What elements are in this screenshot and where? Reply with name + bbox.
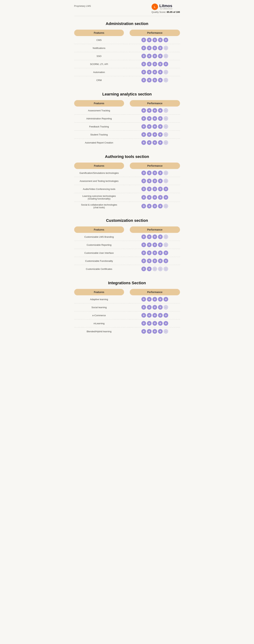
performance-dots: ++++○ xyxy=(130,139,180,147)
dot-filled: + xyxy=(147,297,152,302)
table-row: Administration Reporting++++○ xyxy=(74,114,180,122)
performance-dots: ++++○ xyxy=(130,106,180,114)
section-administration: Administration sectionFeaturesPerformanc… xyxy=(74,22,180,84)
feature-name: Gamification/Simulations technologies xyxy=(74,169,124,177)
row-spacer xyxy=(124,52,130,60)
dot-filled: + xyxy=(147,54,152,58)
dot-filled: + xyxy=(158,329,163,334)
dot-filled: + xyxy=(158,140,163,145)
dot-filled: + xyxy=(141,124,146,129)
performance-dots: ++++○ xyxy=(130,114,180,122)
dot-filled: + xyxy=(141,132,146,137)
dot-filled: + xyxy=(141,116,146,121)
dot-filled: + xyxy=(158,108,163,113)
feature-name: Automated Report Creation xyxy=(74,139,124,147)
performance-dots: +++++ xyxy=(130,193,180,202)
dot-filled: + xyxy=(158,38,163,42)
row-spacer xyxy=(124,44,130,52)
performance-dots: ++++○ xyxy=(130,76,180,84)
logo-sub-text: by CallidusCloud xyxy=(160,8,172,10)
dot-filled: + xyxy=(158,242,163,247)
dot-filled: + xyxy=(153,132,157,137)
dot-empty: ○ xyxy=(164,116,168,121)
th-features-customization: Features xyxy=(74,226,124,233)
dot-filled: + xyxy=(141,62,146,66)
logo-main-text: Litmos xyxy=(160,4,172,8)
row-spacer xyxy=(124,241,130,249)
dot-filled: + xyxy=(153,38,157,42)
th-spacer xyxy=(124,289,130,295)
dot-filled: + xyxy=(147,250,152,255)
row-spacer xyxy=(124,312,130,320)
dot-filled: + xyxy=(153,313,157,318)
dot-filled: + xyxy=(158,70,163,74)
section-title-administration: Administration section xyxy=(74,22,180,26)
dot-filled: + xyxy=(141,178,146,183)
row-spacer xyxy=(124,295,130,303)
performance-dots: ++++○ xyxy=(130,328,180,336)
th-performance-integrations: Performance xyxy=(130,289,180,295)
dot-filled: + xyxy=(141,242,146,247)
dot-filled: + xyxy=(158,178,163,183)
dot-filled: + xyxy=(153,234,157,239)
dot-filled: + xyxy=(141,329,146,334)
table-row: SSO++++○ xyxy=(74,52,180,60)
performance-dots: +++++ xyxy=(130,60,180,68)
th-performance-customization: Performance xyxy=(130,226,180,233)
table-row: Customizable LMS Branding++++○ xyxy=(74,233,180,241)
litmos-logo-icon: L xyxy=(152,4,158,10)
th-spacer xyxy=(124,162,130,169)
dot-filled: + xyxy=(153,46,157,50)
feature-name: e-Commerce xyxy=(74,312,124,320)
dot-empty: ○ xyxy=(164,140,168,145)
dot-filled: + xyxy=(147,38,152,42)
row-spacer xyxy=(124,177,130,185)
dot-filled: + xyxy=(141,195,146,200)
dot-empty: ○ xyxy=(164,78,168,82)
dot-filled: + xyxy=(153,54,157,58)
table-row: Adaptive learning+++++ xyxy=(74,295,180,303)
row-spacer xyxy=(124,36,130,44)
dot-filled: + xyxy=(164,321,168,326)
performance-dots: ++++○ xyxy=(130,44,180,52)
table-learning-analytics: FeaturesPerformanceAssessment Tracking++… xyxy=(74,100,180,146)
dot-empty: ○ xyxy=(164,70,168,74)
dot-filled: + xyxy=(147,116,152,121)
page-container: Proprietary LMS L Litmos by CallidusClou… xyxy=(70,0,184,350)
dot-filled: + xyxy=(158,204,163,208)
table-row: Learning outcomes technologies(Grading f… xyxy=(74,193,180,202)
dot-filled: + xyxy=(158,78,163,82)
feature-name: SSO xyxy=(74,52,124,60)
section-title-authoring-tools: Authoring tools section xyxy=(74,154,180,159)
dot-filled: + xyxy=(164,313,168,318)
row-spacer xyxy=(124,328,130,336)
dot-filled: + xyxy=(141,204,146,208)
dot-filled: + xyxy=(158,132,163,137)
table-row: Automated Report Creation++++○ xyxy=(74,139,180,147)
dot-filled: + xyxy=(158,321,163,326)
feature-name: Customizable Functionality xyxy=(74,257,124,265)
dot-filled: + xyxy=(164,250,168,255)
th-features-learning-analytics: Features xyxy=(74,100,124,106)
dot-filled: + xyxy=(153,178,157,183)
dot-filled: + xyxy=(147,132,152,137)
dot-filled: + xyxy=(141,170,146,175)
lms-label: Proprietary LMS xyxy=(74,4,91,7)
dot-filled: + xyxy=(147,78,152,82)
section-title-learning-analytics: Learning analytics section xyxy=(74,92,180,96)
dot-filled: + xyxy=(147,329,152,334)
dot-filled: + xyxy=(158,297,163,302)
feature-name: Customizable Certificates xyxy=(74,265,124,273)
performance-dots: ++++○ xyxy=(130,122,180,130)
dot-filled: + xyxy=(153,124,157,129)
quality-score: Quality Score: 85.05 of 100 xyxy=(152,11,180,14)
feature-name: SCORM, LTI, API xyxy=(74,60,124,68)
dot-filled: + xyxy=(147,170,152,175)
table-row: Blended/Hybrid learning++++○ xyxy=(74,328,180,336)
dot-filled: + xyxy=(153,204,157,208)
dot-filled: + xyxy=(164,187,168,191)
th-spacer xyxy=(124,226,130,233)
header: Proprietary LMS L Litmos by CallidusClou… xyxy=(74,4,180,16)
dot-filled: + xyxy=(153,116,157,121)
dot-filled: + xyxy=(158,195,163,200)
